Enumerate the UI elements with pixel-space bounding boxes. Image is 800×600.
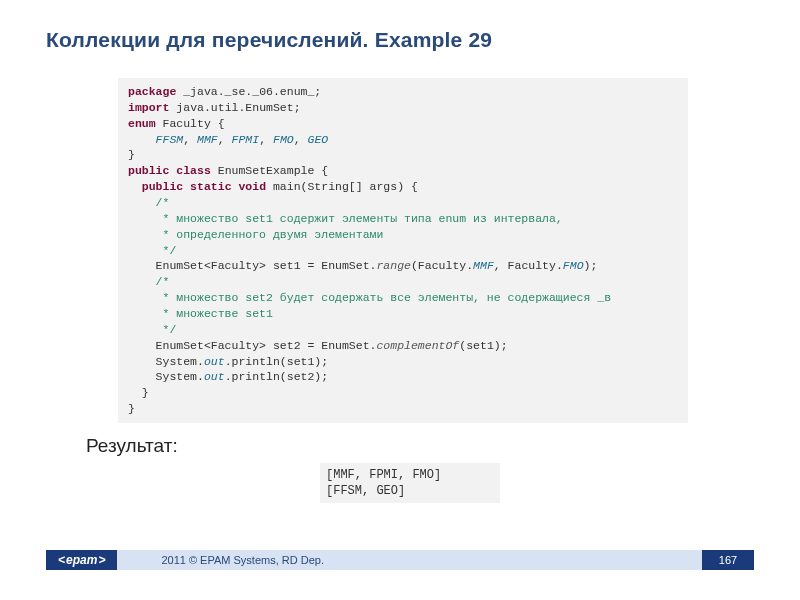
footer: <epam> 2011 © EPAM Systems, RD Dep. 167 (46, 550, 754, 570)
slide-title: Коллекции для перечислений. Example 29 (0, 0, 800, 52)
slide: Коллекции для перечислений. Example 29 p… (0, 0, 800, 600)
result-output: [MMF, FPMI, FMO] [FFSM, GEO] (320, 463, 500, 503)
footer-copyright: 2011 © EPAM Systems, RD Dep. (117, 554, 324, 566)
result-label: Результат: (86, 435, 800, 457)
code-block: package _java._se._06.enum_; import java… (118, 78, 688, 423)
brand-logo: <epam> (46, 550, 117, 570)
page-number: 167 (702, 550, 754, 570)
